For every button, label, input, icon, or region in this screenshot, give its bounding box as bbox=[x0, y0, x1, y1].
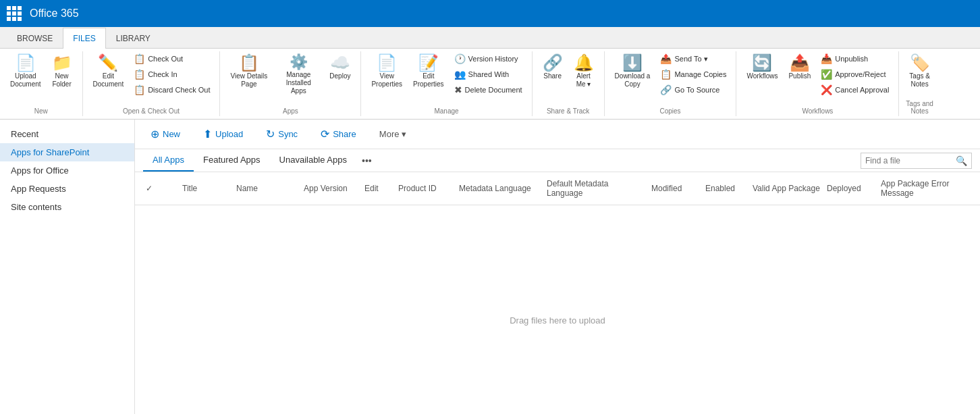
workflows-button[interactable]: 🔄 Workflows bbox=[742, 51, 782, 84]
ribbon: 📄 UploadDocument 📁 NewFolder New ✏️ Edit… bbox=[0, 49, 980, 120]
shared-with-icon: 👥 bbox=[454, 69, 466, 80]
ribbon-group-manage: 📄 ViewProperties 📝 EditProperties 🕐 Vers… bbox=[361, 51, 532, 116]
col-header-deployed[interactable]: Deployed bbox=[824, 181, 878, 196]
share-label: Share bbox=[543, 72, 562, 80]
check-in-button[interactable]: 📋 Check In bbox=[130, 67, 214, 82]
shared-with-label: Shared With bbox=[468, 70, 510, 78]
publish-label: Publish bbox=[788, 72, 811, 80]
nav-item-recent[interactable]: Recent bbox=[0, 125, 134, 143]
publish-button[interactable]: 📤 Publish bbox=[784, 51, 815, 84]
check-out-button[interactable]: 📋 Check Out bbox=[130, 51, 214, 66]
col-header-name[interactable]: Name bbox=[234, 181, 301, 196]
col-header-check[interactable]: ✓ bbox=[143, 181, 163, 196]
sub-tab-all-apps[interactable]: All Apps bbox=[143, 149, 194, 172]
upload-button[interactable]: ⬆ Upload bbox=[196, 124, 250, 145]
ribbon-group-manage-label: Manage bbox=[361, 107, 531, 115]
send-to-icon: 📤 bbox=[660, 53, 672, 64]
ribbon-group-share-track: 🔗 Share 🔔 AlertMe ▾ Share & Track bbox=[533, 51, 605, 116]
col-header-product-id[interactable]: Product ID bbox=[396, 181, 456, 196]
download-copy-label: Download aCopy bbox=[615, 72, 651, 88]
new-folder-button[interactable]: 📁 NewFolder bbox=[47, 51, 77, 92]
deploy-button[interactable]: ☁️ Deploy bbox=[325, 51, 355, 84]
view-details-page-icon: 📋 bbox=[239, 55, 259, 71]
view-details-page-label: View DetailsPage bbox=[230, 72, 267, 88]
delete-document-label: Delete Document bbox=[465, 86, 522, 94]
version-history-button[interactable]: 🕐 Version History bbox=[450, 51, 526, 66]
go-to-source-label: Go To Source bbox=[674, 86, 719, 94]
tab-library[interactable]: LIBRARY bbox=[106, 28, 161, 49]
edit-document-button[interactable]: ✏️ EditDocument bbox=[88, 51, 129, 92]
search-input[interactable] bbox=[865, 156, 953, 165]
upload-document-button[interactable]: 📄 UploadDocument bbox=[5, 51, 46, 92]
col-header-modified[interactable]: Modified bbox=[649, 181, 703, 196]
ribbon-tabs: BROWSE FILES LIBRARY bbox=[0, 27, 980, 49]
share-action-label: Share bbox=[333, 129, 356, 139]
unpublish-button[interactable]: 📥 Unpublish bbox=[817, 51, 893, 66]
sub-tab-more[interactable]: ••• bbox=[356, 150, 377, 172]
nav-item-apps-for-sharepoint[interactable]: Apps for SharePoint bbox=[0, 143, 134, 161]
nav-item-site-contents[interactable]: Site contents bbox=[0, 198, 134, 216]
go-to-source-button[interactable]: 🔗 Go To Source bbox=[656, 82, 730, 97]
ribbon-group-tags-notes: 🏷️ Tags &Notes Tags and Notes bbox=[899, 51, 940, 116]
drop-zone: Drag files here to upload bbox=[135, 205, 980, 414]
tags-notes-button[interactable]: 🏷️ Tags &Notes bbox=[904, 51, 935, 92]
manage-copies-icon: 📋 bbox=[660, 69, 672, 80]
col-header-edit[interactable]: Edit bbox=[362, 181, 396, 196]
version-history-label: Version History bbox=[468, 55, 518, 63]
approve-reject-button[interactable]: ✅ Approve/Reject bbox=[817, 67, 893, 82]
left-nav: Recent Apps for SharePoint Apps for Offi… bbox=[0, 120, 135, 414]
col-header-app-package-error-message[interactable]: App Package Error Message bbox=[878, 176, 972, 201]
search-box: 🔍 bbox=[861, 153, 972, 169]
col-header-app-version[interactable]: App Version bbox=[301, 181, 362, 196]
version-history-icon: 🕐 bbox=[454, 53, 466, 64]
action-bar: ⊕ New ⬆ Upload ↻ Sync ⟳ Share More ▾ bbox=[135, 120, 980, 149]
app-title: Office 365 bbox=[30, 7, 79, 20]
tags-notes-icon: 🏷️ bbox=[910, 55, 930, 71]
go-to-source-icon: 🔗 bbox=[660, 84, 672, 95]
new-button[interactable]: ⊕ New bbox=[143, 124, 188, 145]
manage-copies-button[interactable]: 📋 Manage Copies bbox=[656, 67, 730, 82]
download-copy-icon: ⬇️ bbox=[622, 55, 643, 71]
send-to-button[interactable]: 📤 Send To ▾ bbox=[656, 51, 730, 66]
col-header-enabled[interactable]: Enabled bbox=[703, 181, 750, 196]
sync-icon: ↻ bbox=[266, 128, 275, 140]
col-header-default-metadata-language[interactable]: Default Metadata Language bbox=[544, 176, 649, 201]
tab-files[interactable]: FILES bbox=[63, 28, 105, 49]
edit-properties-label: EditProperties bbox=[413, 72, 444, 88]
ribbon-group-apps: 📋 View DetailsPage ⚙️ Manage InstalledAp… bbox=[220, 51, 361, 116]
col-header-valid-app-package[interactable]: Valid App Package bbox=[750, 181, 824, 196]
col-header-metadata-language[interactable]: Metadata Language bbox=[456, 181, 544, 196]
sub-tab-featured-apps[interactable]: Featured Apps bbox=[194, 149, 270, 172]
search-icon[interactable]: 🔍 bbox=[956, 155, 967, 166]
download-copy-button[interactable]: ⬇️ Download aCopy bbox=[610, 51, 655, 92]
col-header-title[interactable]: Title bbox=[180, 181, 234, 196]
waffle-icon[interactable] bbox=[7, 6, 22, 21]
discard-checkout-label: Discard Check Out bbox=[148, 86, 210, 94]
ribbon-group-workflows-label: Workflows bbox=[736, 107, 898, 115]
cancel-approval-button[interactable]: ❌ Cancel Approval bbox=[817, 82, 893, 97]
discard-checkout-button[interactable]: 📋 Discard Check Out bbox=[130, 82, 214, 97]
ribbon-group-open-checkout: ✏️ EditDocument 📋 Check Out 📋 Check In 📋… bbox=[83, 51, 221, 116]
ribbon-group-new-label: New bbox=[0, 107, 82, 115]
sub-tab-unavailable-apps[interactable]: Unavailable Apps bbox=[270, 149, 356, 172]
sync-button[interactable]: ↻ Sync bbox=[258, 124, 305, 145]
nav-item-apps-for-office[interactable]: Apps for Office bbox=[0, 161, 134, 180]
alert-me-button[interactable]: 🔔 AlertMe ▾ bbox=[569, 51, 599, 92]
discard-checkout-icon: 📋 bbox=[134, 84, 145, 95]
check-in-label: Check In bbox=[148, 70, 177, 78]
delete-document-button[interactable]: ✖ Delete Document bbox=[450, 82, 526, 97]
edit-properties-button[interactable]: 📝 EditProperties bbox=[408, 51, 449, 92]
manage-installed-apps-button[interactable]: ⚙️ Manage InstalledApps bbox=[273, 51, 323, 99]
view-properties-button[interactable]: 📄 ViewProperties bbox=[366, 51, 407, 92]
new-label: New bbox=[163, 129, 180, 139]
tab-browse[interactable]: BROWSE bbox=[7, 28, 63, 49]
top-bar: Office 365 bbox=[0, 0, 980, 27]
share-action-button[interactable]: ⟳ Share bbox=[313, 124, 364, 145]
nav-item-app-requests[interactable]: App Requests bbox=[0, 180, 134, 198]
shared-with-button[interactable]: 👥 Shared With bbox=[450, 67, 526, 82]
share-button[interactable]: 🔗 Share bbox=[538, 51, 568, 84]
view-details-page-button[interactable]: 📋 View DetailsPage bbox=[225, 51, 272, 92]
ribbon-group-checkout-label: Open & Check Out bbox=[83, 107, 220, 115]
more-button[interactable]: More ▾ bbox=[372, 125, 414, 143]
unpublish-label: Unpublish bbox=[835, 55, 868, 63]
